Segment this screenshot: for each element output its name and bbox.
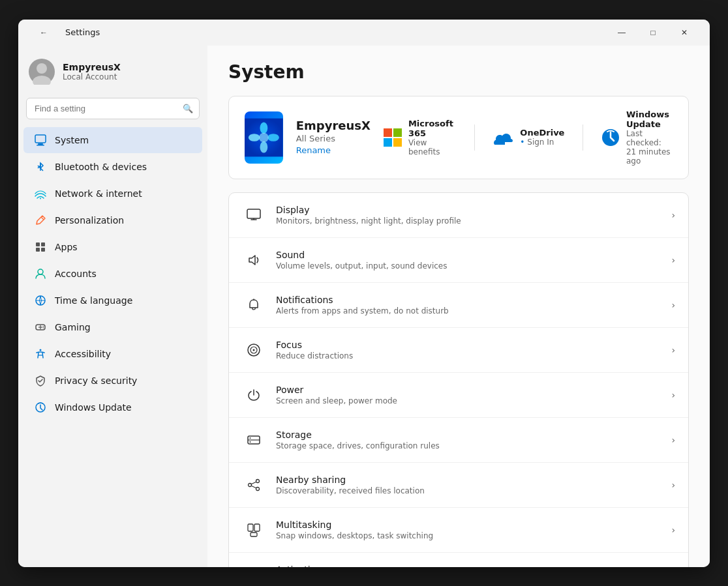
svg-rect-33	[393, 138, 402, 147]
sidebar-item-accounts[interactable]: Accounts	[23, 261, 202, 287]
privacy-icon	[34, 374, 47, 387]
focus-icon	[242, 338, 265, 362]
sidebar: EmpyreusX Local Account 🔍	[18, 46, 207, 567]
profile-services: Microsoft 365 View benefits	[384, 110, 673, 166]
main-content: EmpyreusX Local Account 🔍	[18, 46, 710, 567]
settings-item-focus[interactable]: Focus Reduce distractions ›	[229, 328, 688, 373]
settings-list: Display Monitors, brightness, night ligh…	[228, 192, 689, 567]
settings-item-power[interactable]: Power Screen and sleep, power mode ›	[229, 373, 688, 418]
focus-chevron: ›	[671, 345, 675, 355]
storage-desc: Storage space, drives, configuration rul…	[276, 441, 671, 450]
display-text: Display Monitors, brightness, night ligh…	[276, 205, 671, 226]
sidebar-item-system[interactable]: System	[23, 127, 202, 153]
rename-link[interactable]: Rename	[296, 145, 331, 155]
apps-icon	[34, 241, 47, 254]
svg-point-1	[33, 76, 51, 85]
service-onedrive[interactable]: OneDrive Sign In	[493, 127, 564, 148]
service-microsoft365[interactable]: Microsoft 365 View benefits	[384, 119, 456, 156]
search-input[interactable]	[26, 98, 200, 119]
search-icon: 🔍	[183, 104, 193, 113]
svg-point-22	[40, 349, 42, 351]
focus-desc: Reduce distractions	[276, 351, 671, 360]
sidebar-label-network: Network & internet	[55, 188, 142, 199]
settings-item-sound[interactable]: Sound Volume levels, output, input, soun…	[229, 238, 688, 283]
user-info: EmpyreusX Local Account	[63, 62, 121, 81]
svg-line-9	[41, 217, 44, 220]
svg-point-26	[267, 134, 279, 141]
profile-sub: All Series	[296, 134, 371, 143]
focus-title: Focus	[276, 340, 671, 350]
sidebar-user[interactable]: EmpyreusX Local Account	[18, 51, 207, 98]
svg-point-47	[249, 483, 252, 486]
sidebar-item-windows-update[interactable]: Windows Update	[23, 394, 202, 420]
windows-update-text: Windows Update Last checked: 21 minutes …	[626, 110, 673, 166]
notifications-chevron: ›	[671, 300, 675, 310]
sidebar-label-personalization: Personalization	[55, 215, 124, 226]
settings-item-storage[interactable]: Storage Storage space, drives, configura…	[229, 418, 688, 463]
profile-name: EmpyreusX	[296, 119, 371, 132]
titlebar: ← Settings — □ ✕	[18, 20, 710, 46]
settings-item-nearby-sharing[interactable]: Nearby sharing Discoverability, received…	[229, 463, 688, 508]
sidebar-label-apps: Apps	[55, 242, 78, 252]
settings-item-notifications[interactable]: Notifications Alerts from apps and syste…	[229, 283, 688, 328]
close-button[interactable]: ✕	[669, 23, 699, 42]
multitasking-title: Multitasking	[276, 520, 671, 530]
minimize-button[interactable]: —	[607, 23, 637, 42]
maximize-button[interactable]: □	[638, 23, 668, 42]
profile-info: EmpyreusX All Series Rename	[296, 119, 371, 156]
sidebar-item-bluetooth[interactable]: Bluetooth & devices	[23, 154, 202, 180]
activation-title: Activation	[276, 564, 671, 567]
sidebar-item-apps[interactable]: Apps	[23, 234, 202, 260]
sound-text: Sound Volume levels, output, input, soun…	[276, 250, 671, 271]
sound-title: Sound	[276, 250, 671, 260]
power-desc: Screen and sleep, power mode	[276, 396, 671, 405]
settings-item-display[interactable]: Display Monitors, brightness, night ligh…	[229, 193, 688, 238]
svg-point-14	[38, 269, 43, 274]
settings-item-multitasking[interactable]: Multitasking Snap windows, desktops, tas…	[229, 508, 688, 553]
svg-point-25	[260, 122, 267, 134]
display-chevron: ›	[671, 210, 675, 220]
sidebar-label-time: Time & language	[55, 295, 132, 306]
svg-rect-31	[393, 128, 402, 137]
accounts-icon	[34, 267, 47, 280]
svg-line-50	[251, 486, 256, 488]
sidebar-item-privacy[interactable]: Privacy & security	[23, 368, 202, 394]
sidebar-item-time[interactable]: Time & language	[23, 287, 202, 314]
svg-rect-30	[384, 128, 392, 137]
avatar	[29, 59, 55, 85]
system-icon	[34, 134, 47, 147]
multitasking-text: Multitasking Snap windows, desktops, tas…	[276, 520, 671, 540]
svg-rect-53	[250, 533, 257, 536]
sidebar-item-personalization[interactable]: Personalization	[23, 207, 202, 233]
sidebar-item-network[interactable]: Network & internet	[23, 181, 202, 207]
settings-item-activation[interactable]: Activation Activation state, subscriptio…	[229, 553, 688, 567]
sidebar-item-accessibility[interactable]: Accessibility	[23, 341, 202, 367]
sidebar-item-gaming[interactable]: Gaming	[23, 314, 202, 340]
settings-window: ← Settings — □ ✕ EmpyreusX Local	[18, 20, 710, 567]
search-box: 🔍	[26, 98, 200, 119]
sidebar-label-bluetooth: Bluetooth & devices	[55, 162, 147, 172]
svg-point-20	[43, 326, 44, 327]
svg-point-41	[253, 349, 255, 351]
microsoft365-icon	[384, 127, 402, 148]
sound-chevron: ›	[671, 255, 675, 265]
storage-text: Storage Storage space, drives, configura…	[276, 430, 671, 450]
svg-point-27	[260, 141, 267, 153]
onedrive-icon	[493, 127, 513, 148]
svg-rect-3	[38, 143, 43, 145]
storage-icon	[242, 428, 265, 452]
service-windows-update[interactable]: Windows Update Last checked: 21 minutes …	[601, 110, 673, 166]
svg-rect-52	[254, 524, 260, 531]
svg-point-46	[256, 479, 260, 482]
svg-rect-11	[41, 242, 45, 246]
windows-update-service-icon	[601, 127, 620, 148]
display-desc: Monitors, brightness, night light, displ…	[276, 216, 671, 226]
back-button[interactable]: ←	[29, 23, 59, 42]
notifications-desc: Alerts from apps and system, do not dist…	[276, 306, 671, 315]
windows-update-service-sub: Last checked: 21 minutes ago	[626, 129, 673, 166]
svg-rect-13	[41, 248, 45, 252]
svg-rect-51	[248, 524, 253, 531]
notifications-icon	[242, 293, 265, 317]
onedrive-name: OneDrive	[520, 128, 564, 138]
svg-point-48	[256, 487, 260, 490]
